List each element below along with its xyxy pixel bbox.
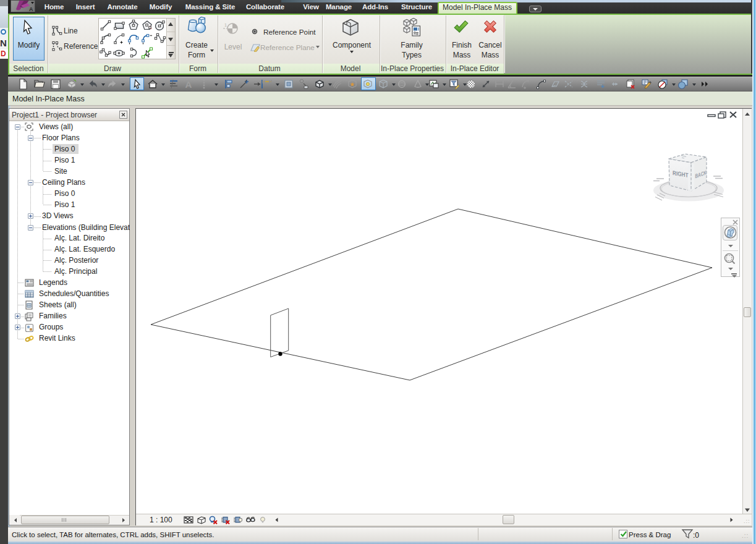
svg-text:A: A — [29, 6, 33, 12]
svg-text:1: 1 — [224, 23, 227, 27]
svg-text:A: A — [185, 79, 192, 90]
